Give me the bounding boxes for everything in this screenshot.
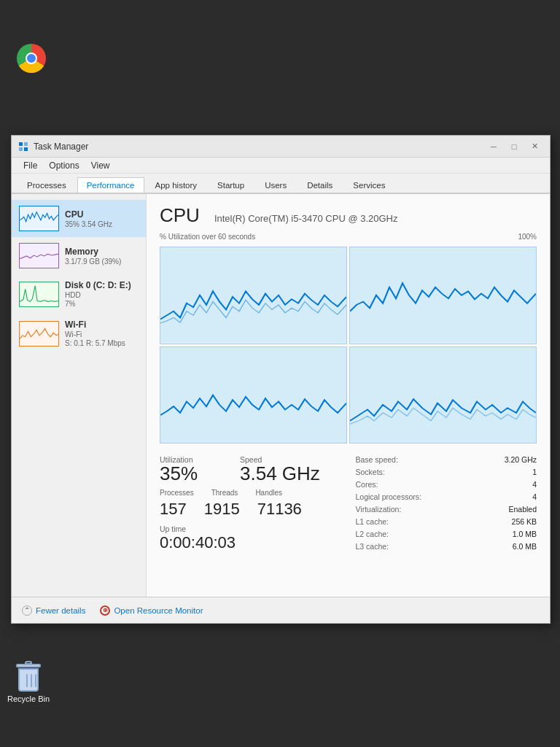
handles-value: 71136 <box>257 500 302 519</box>
uptime-label: Up time <box>160 525 341 533</box>
stats-left: Utilization 35% Speed 3.54 GHz <box>160 455 341 554</box>
threads-value: 1915 <box>204 500 240 519</box>
processes-value: 157 <box>160 500 187 519</box>
l3-row: L3 cache: 6.0 MB <box>356 542 537 551</box>
fewer-details-label: Fewer details <box>36 606 85 615</box>
menu-options[interactable]: Options <box>43 159 85 172</box>
logical-row: Logical processors: 4 <box>356 492 537 501</box>
cpu-header: CPU Intel(R) Core(TM) i5-3470 CPU @ 3.20… <box>160 204 537 227</box>
svg-rect-0 <box>19 142 23 146</box>
tab-details[interactable]: Details <box>298 177 342 193</box>
graph-label: % Utilization over 60 seconds <box>160 233 255 241</box>
sidebar-item-memory[interactable]: Memory 3.1/7.9 GB (39%) <box>12 237 146 274</box>
svg-rect-3 <box>24 147 28 151</box>
cpu-sidebar-sub: 35% 3.54 GHz <box>65 220 139 228</box>
l2-row: L2 cache: 1.0 MB <box>356 530 537 538</box>
wifi-sidebar-label: Wi-Fi <box>65 320 139 330</box>
close-button[interactable]: ✕ <box>525 139 544 154</box>
svg-rect-4 <box>160 247 346 344</box>
maximize-button[interactable]: □ <box>505 139 524 154</box>
speed-value: 3.54 GHz <box>240 464 320 483</box>
processes-label: Processes <box>160 489 194 497</box>
tab-users[interactable]: Users <box>255 177 296 193</box>
l2-label: L2 cache: <box>356 530 389 538</box>
base-speed-row: Base speed: 3.20 GHz <box>356 455 537 464</box>
tab-bar: Processes Performance App history Startu… <box>12 174 550 194</box>
virt-row: Virtualization: Enabled <box>356 505 537 514</box>
stats-section: Utilization 35% Speed 3.54 GHz <box>160 455 537 554</box>
graph-max: 100% <box>518 233 537 244</box>
cpu-sidebar-label: CPU <box>65 209 139 220</box>
tab-services[interactable]: Services <box>343 177 394 193</box>
task-manager-window: Task Manager ─ □ ✕ File Options View Pro… <box>11 135 551 624</box>
main-content: CPU 35% 3.54 GHz Memory 3.1/7.9 GB (39%) <box>12 194 550 597</box>
fewer-details-link[interactable]: ⌃ Fewer details <box>22 605 85 616</box>
wifi-sidebar-sub2: S: 0.1 R: 5.7 Mbps <box>65 339 139 347</box>
svg-rect-6 <box>160 347 346 444</box>
tab-app-history[interactable]: App history <box>146 177 207 193</box>
svg-rect-1 <box>24 142 28 146</box>
uptime-value: 0:00:40:03 <box>160 533 341 552</box>
tab-startup[interactable]: Startup <box>208 177 254 193</box>
cpu-title: CPU <box>160 204 200 227</box>
tab-processes[interactable]: Processes <box>18 177 76 193</box>
bottom-bar: ⌃ Fewer details ⊕ Open Resource Monitor <box>12 597 550 623</box>
recycle-bin[interactable]: Recycle Bin <box>7 661 50 703</box>
memory-sidebar-info: Memory 3.1/7.9 GB (39%) <box>65 247 139 266</box>
resource-monitor-icon: ⊕ <box>100 605 110 616</box>
memory-sidebar-label: Memory <box>65 247 139 257</box>
utilization-value: 35% <box>160 464 198 483</box>
menu-file[interactable]: File <box>18 159 43 172</box>
tab-performance[interactable]: Performance <box>77 177 144 193</box>
fewer-details-icon: ⌃ <box>22 605 32 616</box>
disk-sidebar-sub2: 7% <box>65 300 139 308</box>
disk-sidebar-info: Disk 0 (C: D: E:) HDD 7% <box>65 280 139 308</box>
svg-rect-7 <box>350 347 536 444</box>
open-resource-monitor-link[interactable]: ⊕ Open Resource Monitor <box>100 605 203 616</box>
wifi-mini-graph <box>19 321 59 347</box>
minimize-button[interactable]: ─ <box>484 139 503 154</box>
sidebar-item-cpu[interactable]: CPU 35% 3.54 GHz <box>12 200 146 237</box>
wifi-sidebar-sub1: Wi-Fi <box>65 330 139 338</box>
logical-label: Logical processors: <box>356 492 421 501</box>
base-speed-label: Base speed: <box>356 455 398 464</box>
memory-mini-graph <box>19 243 59 268</box>
cpu-graph-3 <box>160 347 347 444</box>
threads-label: Threads <box>211 489 238 497</box>
l1-value: 256 KB <box>512 517 537 526</box>
sockets-label: Sockets: <box>356 468 385 476</box>
cpu-graph-2 <box>349 247 537 344</box>
cores-label: Cores: <box>356 480 378 489</box>
l3-value: 6.0 MB <box>513 542 537 551</box>
sidebar-item-disk[interactable]: Disk 0 (C: D: E:) HDD 7% <box>12 274 146 314</box>
taskmanager-icon <box>18 141 29 152</box>
menu-bar: File Options View <box>12 158 550 174</box>
wifi-sidebar-info: Wi-Fi Wi-Fi S: 0.1 R: 5.7 Mbps <box>65 320 139 347</box>
disk-sidebar-label: Disk 0 (C: D: E:) <box>65 280 139 290</box>
cpu-graph-1 <box>160 247 347 344</box>
l2-value: 1.0 MB <box>513 530 537 538</box>
l1-row: L1 cache: 256 KB <box>356 517 537 526</box>
recycle-bin-icon <box>15 661 42 692</box>
virt-value: Enabled <box>508 505 537 514</box>
sidebar-item-wifi[interactable]: Wi-Fi Wi-Fi S: 0.1 R: 5.7 Mbps <box>12 314 146 353</box>
cpu-graphs <box>160 247 537 444</box>
sidebar: CPU 35% 3.54 GHz Memory 3.1/7.9 GB (39%) <box>12 194 147 597</box>
l1-label: L1 cache: <box>356 517 389 526</box>
chrome-icon[interactable] <box>6 44 57 73</box>
menu-view[interactable]: View <box>85 159 116 172</box>
window-title: Task Manager <box>34 142 484 152</box>
stats-right: Base speed: 3.20 GHz Sockets: 1 Cores: 4 <box>356 455 537 554</box>
sockets-row: Sockets: 1 <box>356 468 537 476</box>
disk-sidebar-sub1: HDD <box>65 291 139 299</box>
cores-row: Cores: 4 <box>356 480 537 489</box>
memory-sidebar-sub: 3.1/7.9 GB (39%) <box>65 258 139 266</box>
cpu-graph-4 <box>349 347 537 444</box>
logical-value: 4 <box>532 492 537 501</box>
window-controls: ─ □ ✕ <box>484 139 544 154</box>
cores-value: 4 <box>532 480 537 489</box>
title-bar: Task Manager ─ □ ✕ <box>12 136 550 158</box>
virt-label: Virtualization: <box>356 505 402 514</box>
cpu-sidebar-info: CPU 35% 3.54 GHz <box>65 209 139 228</box>
cpu-mini-graph <box>19 206 59 231</box>
